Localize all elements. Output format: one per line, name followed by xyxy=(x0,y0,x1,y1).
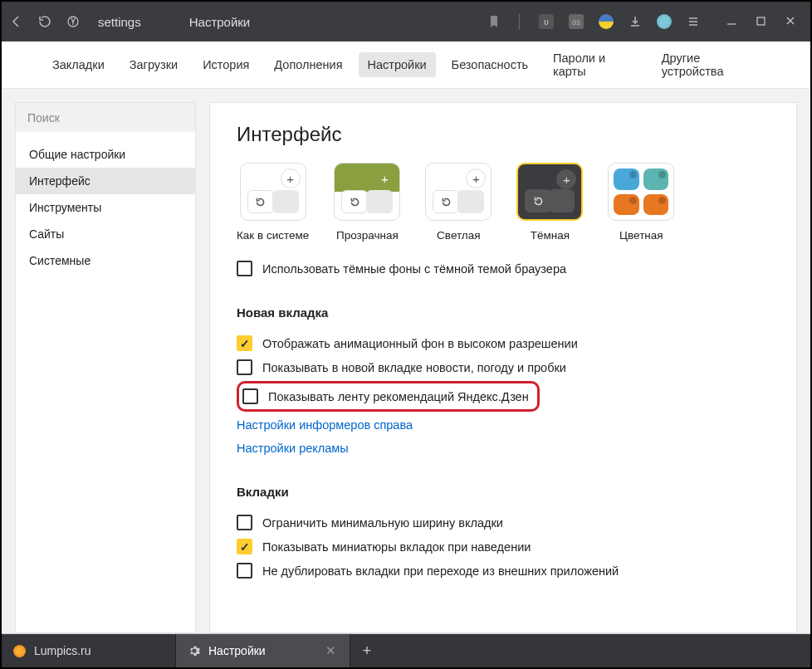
browser-tab-lumpics[interactable]: Lumpics.ru xyxy=(2,634,176,667)
plus-icon: + xyxy=(466,168,486,188)
theme-color[interactable]: Цветная xyxy=(608,163,674,242)
reload-icon xyxy=(341,190,368,213)
option-dark-backgrounds[interactable]: Использовать тёмные фоны с тёмной темой … xyxy=(237,256,770,281)
reload-icon xyxy=(433,190,459,213)
browser-tab-bar: Lumpics.ru Настройки ✕ + xyxy=(2,634,810,667)
option-tab-thumbnails[interactable]: Показывать миниатюры вкладок при наведен… xyxy=(237,535,770,559)
maximize-button[interactable] xyxy=(756,14,766,29)
theme-selector: + Как в системе + Прозрачная + Светлая +… xyxy=(237,163,770,242)
browser-toolbar: settings Настройки │ υ as xyxy=(2,2,810,42)
close-button[interactable] xyxy=(785,14,795,29)
sidebar-item-general[interactable]: Общие настройки xyxy=(16,141,195,168)
option-label: Использовать тёмные фоны с тёмной темой … xyxy=(262,262,566,276)
tab-title: Настройки xyxy=(208,644,266,657)
checkbox[interactable] xyxy=(237,539,252,554)
option-label: Показывать миниатюры вкладок при наведен… xyxy=(262,540,531,554)
bookmark-icon[interactable] xyxy=(487,15,501,28)
checkbox[interactable] xyxy=(237,563,252,579)
theme-system[interactable]: + Как в системе xyxy=(237,163,309,242)
reload-icon xyxy=(247,190,274,213)
option-label: Показывать ленту рекомендаций Яндекс.Дзе… xyxy=(268,390,529,403)
main-layout: Поиск Общие настройки Интерфейс Инструме… xyxy=(2,88,810,634)
plus-icon: + xyxy=(281,168,301,188)
topnav-addons[interactable]: Дополнения xyxy=(265,52,351,77)
lastfm-extension-icon[interactable]: as xyxy=(569,14,584,29)
sidebar-item-sites[interactable]: Сайты xyxy=(16,221,195,247)
yandex-logo-icon[interactable] xyxy=(66,15,80,28)
gear-icon xyxy=(188,645,200,657)
theme-transparent[interactable]: + Прозрачная xyxy=(334,163,400,242)
subsection-tabs: Вкладки xyxy=(237,485,770,499)
topnav-downloads[interactable]: Загрузки xyxy=(120,52,187,77)
theme-dark[interactable]: + Тёмная xyxy=(516,163,583,242)
option-label: Показывать в новой вкладке новости, пого… xyxy=(262,361,566,374)
theme-label: Тёмная xyxy=(531,229,570,242)
checkbox[interactable] xyxy=(237,261,252,276)
address-bar-text[interactable]: settings xyxy=(98,15,141,29)
theme-label: Прозрачная xyxy=(336,229,399,242)
subsection-new-tab: Новая вкладка xyxy=(237,305,770,320)
topnav-passwords[interactable]: Пароли и карты xyxy=(544,46,646,84)
topnav-settings[interactable]: Настройки xyxy=(359,52,436,77)
link-informers[interactable]: Настройки информеров справа xyxy=(237,413,770,437)
site-favicon-icon xyxy=(13,645,26,657)
highlighted-option: Показывать ленту рекомендаций Яндекс.Дзе… xyxy=(237,381,540,412)
back-icon[interactable] xyxy=(10,15,23,28)
checkbox[interactable] xyxy=(242,388,258,404)
minimize-button[interactable] xyxy=(726,14,736,29)
link-ads[interactable]: Настройки рекламы xyxy=(237,437,770,460)
theme-label: Светлая xyxy=(437,229,480,242)
section-heading: Интерфейс xyxy=(237,123,770,146)
tab-title: Lumpics.ru xyxy=(34,644,90,657)
download-icon[interactable] xyxy=(629,15,642,28)
sidebar-item-interface[interactable]: Интерфейс xyxy=(16,168,195,194)
ublock-extension-icon[interactable]: υ xyxy=(539,14,554,29)
search-input[interactable]: Поиск xyxy=(16,103,195,133)
option-no-duplicate-tabs[interactable]: Не дублировать вкладки при переходе из в… xyxy=(237,559,770,583)
reload-icon[interactable] xyxy=(38,15,51,28)
topnav-bookmarks[interactable]: Закладки xyxy=(43,52,114,77)
browser-tab-settings[interactable]: Настройки ✕ xyxy=(176,634,350,667)
profile-avatar-icon[interactable] xyxy=(657,14,672,29)
menu-icon[interactable] xyxy=(687,15,700,28)
option-min-tab-width[interactable]: Ограничить минимальную ширину вкладки xyxy=(237,510,770,535)
separator-icon: │ xyxy=(516,14,524,29)
new-tab-button[interactable]: + xyxy=(350,634,384,667)
theme-label: Как в системе xyxy=(237,229,309,242)
plus-icon: + xyxy=(556,169,576,189)
option-news-weather[interactable]: Показывать в новой вкладке новости, пого… xyxy=(237,355,770,379)
checkbox[interactable] xyxy=(237,335,252,351)
tab-close-button[interactable]: ✕ xyxy=(324,643,338,658)
topnav-history[interactable]: История xyxy=(193,52,258,77)
option-animation-bg[interactable]: Отображать анимационный фон в высоком ра… xyxy=(237,331,770,355)
topnav-devices[interactable]: Другие устройства xyxy=(653,46,769,84)
svg-rect-1 xyxy=(757,17,765,25)
topnav-security[interactable]: Безопасность xyxy=(443,52,538,77)
theme-light[interactable]: + Светлая xyxy=(425,163,492,242)
option-label: Отображать анимационный фон в высоком ра… xyxy=(262,337,578,350)
checkbox[interactable] xyxy=(237,515,252,530)
theme-label: Цветная xyxy=(619,229,663,242)
settings-top-nav: Закладки Загрузки История Дополнения Нас… xyxy=(2,42,810,88)
sidebar-item-system[interactable]: Системные xyxy=(16,247,195,274)
option-label: Не дублировать вкладки при переходе из в… xyxy=(262,564,619,578)
option-zen-feed[interactable]: Показывать ленту рекомендаций Яндекс.Дзе… xyxy=(242,387,529,406)
flag-extension-icon[interactable] xyxy=(599,14,614,29)
checkbox[interactable] xyxy=(237,359,252,375)
option-label: Ограничить минимальную ширину вкладки xyxy=(262,516,503,530)
sidebar-item-tools[interactable]: Инструменты xyxy=(16,194,195,221)
settings-sidebar: Поиск Общие настройки Интерфейс Инструме… xyxy=(15,102,196,633)
page-title: Настройки xyxy=(189,15,251,29)
settings-content: Интерфейс + Как в системе + Прозрачная +… xyxy=(209,102,797,633)
